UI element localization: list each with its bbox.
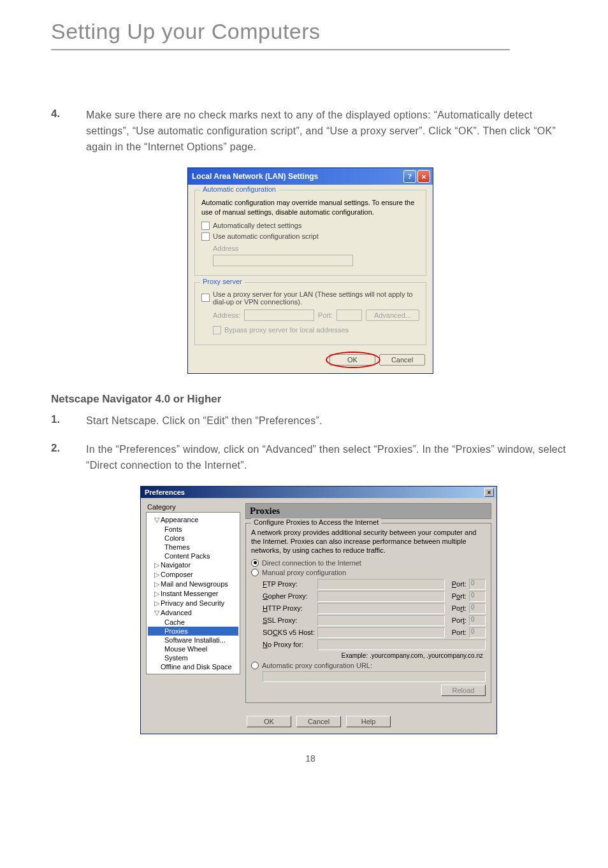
prefs-ok-button[interactable]: OK bbox=[247, 716, 291, 727]
tree-navigator[interactable]: ▷Navigator bbox=[148, 560, 238, 570]
ssl-port-label: Port: bbox=[447, 616, 467, 624]
autourl-input bbox=[263, 671, 486, 682]
config-description: Automatic configuration may override man… bbox=[201, 198, 419, 217]
step-number-1: 1. bbox=[51, 413, 86, 429]
prefs-title: Preferences bbox=[145, 488, 484, 496]
page-title: Setting Up your Computers bbox=[51, 19, 570, 44]
ftp-input bbox=[317, 579, 445, 590]
step-2-text: In the “Preferences” window, click on “A… bbox=[86, 442, 570, 474]
automatic-configuration-legend: Automatic configuration bbox=[200, 185, 279, 193]
tree-themes[interactable]: Themes bbox=[148, 543, 238, 551]
autourl-radio[interactable] bbox=[251, 662, 259, 669]
tree-instant-messenger[interactable]: ▷Instant Messenger bbox=[148, 589, 238, 599]
dialog-title: Local Area Network (LAN) Settings bbox=[192, 172, 402, 181]
tree-proxies[interactable]: Proxies bbox=[148, 627, 238, 636]
tree-software[interactable]: Software Installati... bbox=[148, 636, 238, 644]
use-script-label: Use automatic configuration script bbox=[213, 232, 319, 240]
use-script-checkbox[interactable] bbox=[201, 232, 210, 241]
manual-label: Manual proxy configuration bbox=[262, 569, 346, 576]
example-text: Example: .yourcompany.com, .yourcompany.… bbox=[251, 652, 483, 659]
noproxy-input bbox=[317, 639, 486, 650]
autourl-label: Automatic proxy configuration URL: bbox=[262, 662, 372, 669]
category-tree[interactable]: ▽Appearance Fonts Colors Themes Content … bbox=[146, 512, 240, 674]
tree-mouse-wheel[interactable]: Mouse Wheel bbox=[148, 644, 238, 653]
direct-radio[interactable] bbox=[251, 559, 259, 567]
socks-port-label: Port: bbox=[447, 629, 467, 636]
bypass-checkbox bbox=[213, 326, 221, 334]
tree-fonts[interactable]: Fonts bbox=[148, 525, 238, 534]
tree-offline[interactable]: Offline and Disk Space bbox=[148, 662, 238, 671]
gopher-input bbox=[317, 591, 445, 602]
manual-radio[interactable] bbox=[251, 569, 259, 576]
tree-appearance[interactable]: ▽Appearance bbox=[148, 515, 238, 525]
prefs-cancel-button[interactable]: Cancel bbox=[296, 716, 341, 727]
title-underline bbox=[51, 49, 510, 50]
step-1-text: Start Netscape. Click on “Edit” then “Pr… bbox=[86, 413, 570, 429]
tree-system[interactable]: System bbox=[148, 653, 238, 662]
configure-proxies-legend: Configure Proxies to Access the Internet bbox=[251, 518, 381, 526]
dialog-titlebar: Local Area Network (LAN) Settings ? × bbox=[188, 168, 433, 185]
tree-cache[interactable]: Cache bbox=[148, 618, 238, 627]
ftp-port-label: Port: bbox=[447, 580, 467, 588]
tree-advanced[interactable]: ▽Advanced bbox=[148, 608, 238, 618]
tree-mail[interactable]: ▷Mail and Newsgroups bbox=[148, 580, 238, 589]
advanced-button: Advanced... bbox=[366, 309, 419, 321]
configure-proxies-group: Configure Proxies to Access the Internet… bbox=[245, 523, 491, 702]
cancel-button[interactable]: Cancel bbox=[379, 354, 425, 366]
gopher-label: Gopher Proxy: bbox=[263, 592, 315, 600]
proxy-port-label: Port: bbox=[318, 311, 333, 319]
bypass-label: Bypass proxy server for local addresses bbox=[224, 326, 349, 334]
ftp-port-input: 0 bbox=[469, 579, 486, 590]
page-number: 18 bbox=[51, 753, 570, 764]
category-label: Category bbox=[147, 503, 240, 511]
address-label: Address bbox=[213, 245, 419, 252]
tree-composer[interactable]: ▷Composer bbox=[148, 570, 238, 580]
step-4-text: Make sure there are no check marks next … bbox=[86, 108, 570, 155]
step-number-4: 4. bbox=[51, 108, 86, 155]
use-proxy-checkbox[interactable] bbox=[201, 294, 210, 302]
address-input bbox=[213, 255, 353, 266]
prefs-titlebar: Preferences × bbox=[141, 487, 496, 498]
http-port-label: Port: bbox=[447, 604, 467, 612]
tree-privacy[interactable]: ▷Privacy and Security bbox=[148, 599, 238, 608]
use-proxy-label: Use a proxy server for your LAN (These s… bbox=[213, 290, 419, 306]
prefs-help-button[interactable]: Help bbox=[346, 716, 391, 727]
auto-detect-label: Automatically detect settings bbox=[213, 222, 301, 229]
gopher-port-input: 0 bbox=[469, 591, 486, 602]
proxy-server-group: Proxy server Use a proxy server for your… bbox=[194, 282, 426, 345]
http-label: HTTP Proxy: bbox=[263, 604, 315, 612]
reload-button: Reload bbox=[441, 685, 486, 696]
proxy-address-input bbox=[244, 309, 314, 321]
proxy-server-legend: Proxy server bbox=[200, 278, 245, 285]
netscape-heading: Netscape Navigator 4.0 or Higher bbox=[51, 393, 570, 406]
step-number-2: 2. bbox=[51, 442, 86, 474]
socks-label: SOCKS v5 Host: bbox=[263, 629, 315, 636]
socks-port-input: 0 bbox=[469, 627, 486, 638]
ok-button[interactable]: OK bbox=[329, 354, 375, 366]
auto-detect-checkbox[interactable] bbox=[201, 222, 210, 230]
ssl-port-input: 0 bbox=[469, 615, 486, 626]
ftp-label: FTP Proxy: bbox=[263, 580, 315, 588]
help-button[interactable]: ? bbox=[403, 170, 416, 183]
tree-colors[interactable]: Colors bbox=[148, 534, 238, 543]
lan-settings-dialog: Local Area Network (LAN) Settings ? × Au… bbox=[187, 167, 433, 374]
gopher-port-label: Port: bbox=[447, 592, 467, 600]
tree-content-packs[interactable]: Content Packs bbox=[148, 551, 238, 560]
close-button[interactable]: × bbox=[417, 170, 430, 183]
proxy-address-label: Address: bbox=[213, 311, 240, 319]
noproxy-label: No Proxy for: bbox=[263, 641, 315, 648]
prefs-close-button[interactable]: × bbox=[484, 488, 494, 497]
http-port-input: 0 bbox=[469, 603, 486, 614]
http-input bbox=[317, 603, 445, 614]
preferences-dialog: Preferences × Category ▽Appearance Fonts… bbox=[140, 486, 497, 734]
socks-input bbox=[317, 627, 445, 638]
automatic-configuration-group: Automatic configuration Automatic config… bbox=[194, 190, 426, 276]
direct-label: Direct connection to the Internet bbox=[262, 559, 361, 567]
proxies-description: A network proxy provides additional secu… bbox=[251, 529, 486, 555]
proxies-title: Proxies bbox=[245, 503, 491, 519]
ssl-label: SSL Proxy: bbox=[263, 616, 315, 624]
ssl-input bbox=[317, 615, 445, 626]
proxy-port-input bbox=[337, 309, 362, 321]
